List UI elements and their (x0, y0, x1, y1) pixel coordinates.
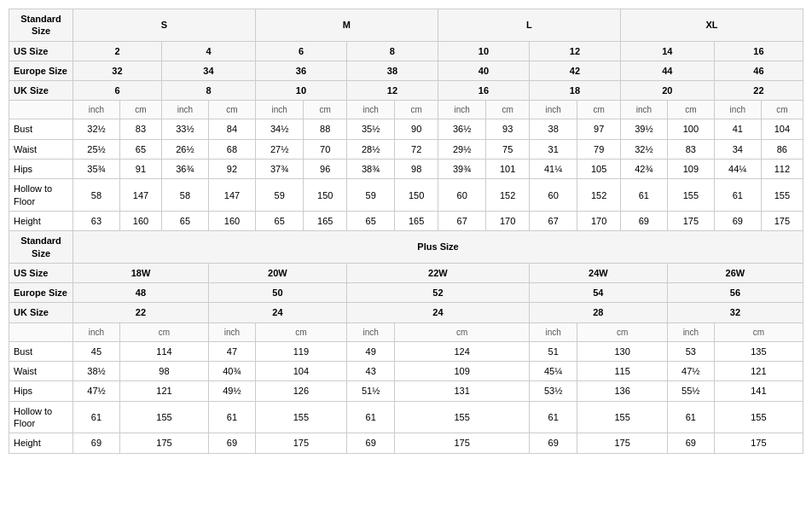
h-67-2-inch: 67 (529, 211, 577, 230)
uk-20: 20 (620, 81, 714, 101)
waist-26-5-cm: 68 (208, 139, 255, 159)
plus-standard-size-label: Standard Size (9, 231, 73, 264)
uk-8: 8 (161, 81, 255, 101)
plus-h-69-4-cm: 175 (577, 433, 667, 453)
plus-htf-61-5-cm: 155 (714, 401, 803, 433)
plus-uk-28: 28 (529, 303, 667, 322)
waist-25-5-inch: 25½ (73, 139, 120, 159)
h-65-1-cm: 160 (208, 211, 255, 230)
plus-bust-45-cm: 114 (119, 341, 208, 361)
waist-29-5-cm: 75 (486, 139, 529, 159)
plus-hips-49-5-inch: 49½ (208, 381, 255, 401)
m-header: M (255, 9, 438, 42)
htf-60-2-cm: 152 (577, 179, 620, 212)
plus-waist-38-5-inch: 38½ (73, 362, 120, 381)
plus-unit-inch-3: inch (346, 322, 395, 341)
plus-waist-40-75-inch: 40¾ (208, 362, 255, 381)
plus-hips-47-5-cm: 121 (119, 381, 208, 401)
eu-42: 42 (529, 61, 620, 80)
hips-row: Hips 35¾ 91 36¾ 92 37¾ 96 38¾ 98 39¾ 101… (9, 160, 803, 179)
unit-cm-6: cm (577, 101, 620, 119)
height-standard-row: Height 63 160 65 160 65 165 65 165 67 17… (9, 211, 803, 230)
plus-htf-61-2-cm: 155 (255, 401, 346, 433)
plus-size-header: Plus Size (73, 231, 803, 264)
plus-waist-45-25-cm: 115 (577, 362, 667, 381)
height-standard-label: Height (9, 211, 73, 230)
plus-us-24w: 24W (529, 263, 667, 282)
eu-38: 38 (346, 61, 438, 80)
bust-row: Bust 32½ 83 33½ 84 34½ 88 35½ 90 36½ 93 … (9, 119, 803, 139)
us-size-row: US Size 2 4 6 8 10 12 14 16 (9, 41, 803, 61)
bust-32-5-inch: 32½ (73, 119, 120, 139)
hips-42-75-cm: 109 (667, 160, 714, 179)
bust-34-5-cm: 88 (304, 119, 346, 139)
plus-europe-size-label: Europe Size (9, 283, 73, 303)
plus-htf-61-5-inch: 61 (667, 401, 714, 433)
plus-h-69-5-inch: 69 (667, 433, 714, 453)
plus-us-22w: 22W (346, 263, 529, 282)
unit-inch-7: inch (620, 101, 667, 119)
bust-33-5-cm: 84 (208, 119, 255, 139)
h-67-2-cm: 170 (577, 211, 620, 230)
us-10: 10 (438, 41, 529, 61)
plus-hollow-to-floor-label: Hollow to Floor (9, 401, 73, 433)
xl-header: XL (620, 9, 803, 42)
unit-inch-8: inch (714, 101, 761, 119)
plus-hips-47-5-inch: 47½ (73, 381, 120, 401)
uk-6: 6 (73, 81, 162, 101)
unit-inch-1: inch (73, 101, 120, 119)
plus-unit-cm-2: cm (255, 322, 346, 341)
waist-row: Waist 25½ 65 26½ 68 27½ 70 28½ 72 29½ 75… (9, 139, 803, 159)
htf-59-1-cm: 150 (304, 179, 346, 212)
h-67-1-inch: 67 (438, 211, 486, 230)
plus-us-size-row: US Size 18W 20W 22W 24W 26W (9, 263, 803, 282)
plus-waist-43-cm: 109 (395, 362, 529, 381)
plus-bust-51-cm: 130 (577, 341, 667, 361)
hips-36-75-cm: 92 (208, 160, 255, 179)
bust-39-5-cm: 100 (667, 119, 714, 139)
plus-hips-53-5-inch: 53½ (529, 381, 577, 401)
h-65-3-cm: 165 (395, 211, 438, 230)
plus-h-69-3-inch: 69 (346, 433, 395, 453)
plus-us-18w: 18W (73, 263, 209, 282)
plus-bust-47-inch: 47 (208, 341, 255, 361)
hips-35-75-cm: 91 (119, 160, 161, 179)
htf-58-2-inch: 58 (161, 179, 208, 212)
plus-uk-size-row: UK Size 22 24 24 28 32 (9, 303, 803, 322)
hips-38-75-inch: 38¾ (346, 160, 395, 179)
plus-eu-52: 52 (346, 283, 529, 303)
hips-44-25-cm: 112 (761, 160, 803, 179)
eu-34: 34 (161, 61, 255, 80)
plus-waist-40-75-cm: 104 (255, 362, 346, 381)
standard-size-header: Standard Size (9, 9, 73, 42)
plus-waist-label: Waist (9, 362, 73, 381)
h-69-1-cm: 175 (667, 211, 714, 230)
plus-htf-61-4-cm: 155 (577, 401, 667, 433)
plus-unit-inch-4: inch (529, 322, 577, 341)
h-65-3-inch: 65 (346, 211, 395, 230)
unit-inch-4: inch (346, 101, 395, 119)
plus-htf-61-2-inch: 61 (208, 401, 255, 433)
bust-38-cm: 97 (577, 119, 620, 139)
bust-41-inch: 41 (714, 119, 761, 139)
unit-empty (9, 101, 73, 119)
plus-h-69-4-inch: 69 (529, 433, 577, 453)
h-69-1-inch: 69 (620, 211, 667, 230)
htf-59-2-cm: 150 (395, 179, 438, 212)
plus-unit-header-row: inch cm inch cm inch cm inch cm inch cm (9, 322, 803, 341)
plus-eu-56: 56 (667, 283, 803, 303)
waist-32-5-cm: 83 (667, 139, 714, 159)
plus-unit-inch-1: inch (73, 322, 120, 341)
hollow-to-floor-label: Hollow to Floor (9, 179, 73, 212)
hips-37-75-cm: 96 (304, 160, 346, 179)
us-12: 12 (529, 41, 620, 61)
bust-38-inch: 38 (529, 119, 577, 139)
hips-label: Hips (9, 160, 73, 179)
unit-cm-8: cm (761, 101, 803, 119)
plus-h-69-1-cm: 175 (119, 433, 208, 453)
plus-waist-38-5-cm: 98 (119, 362, 208, 381)
waist-27-5-inch: 27½ (255, 139, 304, 159)
h-65-2-cm: 165 (304, 211, 346, 230)
unit-inch-3: inch (255, 101, 304, 119)
plus-hips-55-5-cm: 141 (714, 381, 803, 401)
